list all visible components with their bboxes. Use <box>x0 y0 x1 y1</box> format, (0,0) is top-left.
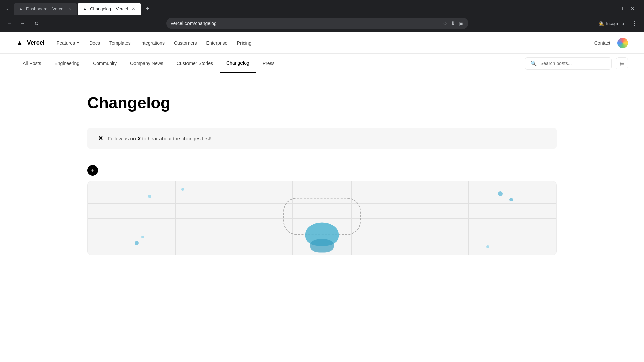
nav-integrations[interactable]: Integrations <box>140 40 165 46</box>
search-icon: 🔍 <box>530 60 537 67</box>
nav-integrations-label: Integrations <box>140 40 165 46</box>
bookmark-icon[interactable]: ☆ <box>443 20 447 27</box>
nav-right: Contact <box>594 38 628 48</box>
browser-right-controls: 🕵 Incognito ⋮ <box>595 18 640 29</box>
tab-favicon-2: ▲ <box>83 6 87 11</box>
minimize-button[interactable]: — <box>604 4 613 13</box>
blog-nav-press[interactable]: Press <box>256 54 281 73</box>
address-text: vercel.com/changelog <box>171 21 217 26</box>
rss-button[interactable]: ▤ <box>616 57 628 69</box>
plus-icon: + <box>91 167 95 174</box>
dashed-rect <box>283 198 361 235</box>
nav-templates[interactable]: Templates <box>109 40 131 46</box>
article-image-1 <box>88 181 556 255</box>
tab-close-2[interactable]: ✕ <box>131 6 136 11</box>
nav-docs[interactable]: Docs <box>89 40 100 46</box>
blog-nav-all-posts[interactable]: All Posts <box>16 54 48 73</box>
navbar-logo[interactable]: ▲ Vercel <box>16 39 45 47</box>
tab-dashboard[interactable]: ▲ Dashboard – Vercel ✕ <box>14 3 77 15</box>
incognito-label: Incognito <box>606 21 624 26</box>
blog-nav-company-news[interactable]: Company News <box>123 54 170 73</box>
more-options-button[interactable]: ⋮ <box>629 18 640 29</box>
tab-title-1: Dashboard – Vercel <box>26 6 64 11</box>
close-button[interactable]: ✕ <box>628 4 637 13</box>
blue-blob-inner <box>310 239 334 253</box>
accent-dot <box>486 245 489 248</box>
article-card-1 <box>87 181 557 255</box>
blog-nav-engineering-label: Engineering <box>54 61 79 66</box>
incognito-button[interactable]: 🕵 Incognito <box>595 20 627 27</box>
accent-dot <box>509 198 513 201</box>
blog-nav-community-label: Community <box>93 61 117 66</box>
maximize-button[interactable]: ❐ <box>616 4 625 13</box>
center-shape <box>283 198 361 235</box>
nav-customers[interactable]: Customers <box>174 40 197 46</box>
chevron-down-icon: ▼ <box>76 41 80 45</box>
browser-window: ⌄ ▲ Dashboard – Vercel ✕ ▲ Changelog – V… <box>0 0 644 362</box>
nav-features[interactable]: Features ▼ <box>57 40 80 46</box>
nav-links: Features ▼ Docs Templates Integrations C… <box>57 40 594 46</box>
nav-pricing-label: Pricing <box>237 40 251 46</box>
nav-enterprise[interactable]: Enterprise <box>206 40 228 46</box>
blog-nav-engineering[interactable]: Engineering <box>48 54 86 73</box>
blog-nav-customer-stories-label: Customer Stories <box>177 61 213 66</box>
nav-customers-label: Customers <box>174 40 197 46</box>
reload-button[interactable]: ↻ <box>31 18 42 29</box>
nav-pricing[interactable]: Pricing <box>237 40 251 46</box>
logo-icon: ▲ <box>16 39 23 47</box>
tab-title-2: Changelog – Vercel <box>90 6 128 11</box>
blog-nav-all-posts-label: All Posts <box>23 61 41 66</box>
logo-text: Vercel <box>27 39 45 46</box>
blog-nav-changelog[interactable]: Changelog <box>220 54 256 73</box>
x-label[interactable]: X <box>137 136 141 141</box>
nav-templates-label: Templates <box>109 40 131 46</box>
accent-dot <box>148 195 151 198</box>
search-input[interactable] <box>540 61 606 66</box>
address-bar[interactable]: vercel.com/changelog ☆ ⇓ ▣ <box>166 18 468 29</box>
blog-nav-community[interactable]: Community <box>86 54 123 73</box>
grid-line-h <box>88 189 556 189</box>
main-content: Changelog ✕ Follow us on X to hear about… <box>0 73 644 269</box>
forward-button[interactable]: → <box>17 18 28 29</box>
download-icon[interactable]: ⇓ <box>451 20 455 27</box>
follow-banner: ✕ Follow us on X to hear about the chang… <box>87 128 557 149</box>
tab-scroll-left[interactable]: ⌄ <box>3 4 12 13</box>
accent-dot <box>181 188 184 191</box>
rss-icon: ▤ <box>620 60 625 67</box>
blog-nav-press-label: Press <box>263 61 275 66</box>
content-area: + <box>87 165 557 255</box>
window-controls: — ❐ ✕ <box>604 4 641 13</box>
incognito-icon: 🕵 <box>599 21 604 26</box>
address-icons: ☆ ⇓ ▣ <box>443 20 464 27</box>
page-title: Changelog <box>87 94 557 112</box>
back-button[interactable]: ← <box>4 18 15 29</box>
nav-features-label: Features <box>57 40 75 46</box>
accent-dot <box>141 236 144 238</box>
accent-dot <box>498 191 503 196</box>
article-illustration <box>88 181 556 255</box>
nav-contact[interactable]: Contact <box>594 40 610 46</box>
tab-close-1[interactable]: ✕ <box>67 6 72 11</box>
nav-docs-label: Docs <box>89 40 100 46</box>
blog-nav-links: All Posts Engineering Community Company … <box>16 54 525 73</box>
blog-search: 🔍 ▤ <box>525 57 628 70</box>
user-avatar[interactable] <box>617 38 628 48</box>
follow-text: Follow us on X to hear about the changes… <box>108 136 211 141</box>
x-social-icon: ✕ <box>98 135 103 142</box>
extension-icon[interactable]: ▣ <box>459 20 464 27</box>
address-bar-row: ← → ↻ vercel.com/changelog ☆ ⇓ ▣ 🕵 Incog… <box>0 15 644 32</box>
search-box[interactable]: 🔍 <box>525 57 612 70</box>
timeline-marker[interactable]: + <box>87 165 98 176</box>
accent-dot <box>135 241 139 245</box>
tab-favicon-1: ▲ <box>19 6 23 11</box>
tab-changelog[interactable]: ▲ Changelog – Vercel ✕ <box>78 3 141 15</box>
blog-nav-company-news-label: Company News <box>130 61 163 66</box>
blog-nav-customer-stories[interactable]: Customer Stories <box>170 54 220 73</box>
nav-enterprise-label: Enterprise <box>206 40 228 46</box>
website-content: ▲ Vercel Features ▼ Docs Templates Integ… <box>0 32 644 362</box>
tab-bar: ⌄ ▲ Dashboard – Vercel ✕ ▲ Changelog – V… <box>0 0 644 15</box>
new-tab-button[interactable]: + <box>143 4 152 13</box>
navbar: ▲ Vercel Features ▼ Docs Templates Integ… <box>0 32 644 54</box>
blog-nav-changelog-label: Changelog <box>226 60 249 66</box>
blog-nav: All Posts Engineering Community Company … <box>0 54 644 73</box>
